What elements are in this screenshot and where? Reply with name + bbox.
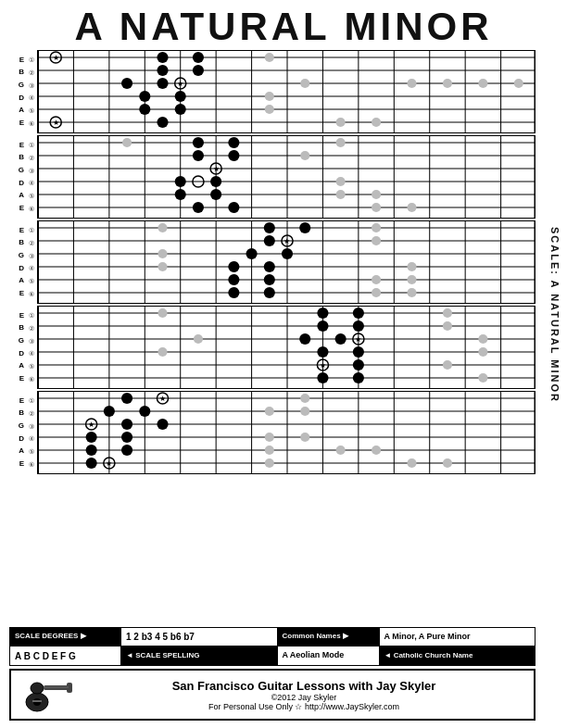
svg-point-26 — [193, 65, 204, 76]
svg-point-225 — [407, 458, 416, 468]
fret-nums-3: ① ② ③ ④ ⑤ ⑥ — [26, 220, 37, 304]
svg-point-113 — [264, 235, 275, 246]
svg-point-72 — [228, 150, 239, 161]
string-labels-3: E B G D A E — [9, 220, 26, 304]
svg-point-209 — [86, 432, 97, 443]
svg-point-176 — [478, 347, 487, 357]
svg-point-175 — [478, 334, 487, 344]
svg-point-122 — [228, 287, 239, 298]
svg-point-70 — [228, 137, 239, 148]
svg-point-200 — [121, 393, 132, 404]
svg-point-28 — [157, 78, 168, 89]
scale-spelling-value: A B C D E F G — [10, 646, 121, 665]
svg-point-173 — [443, 308, 452, 318]
svg-point-23 — [157, 52, 168, 63]
svg-point-39 — [300, 79, 309, 88]
svg-point-117 — [282, 248, 293, 259]
svg-point-158 — [353, 320, 364, 332]
svg-point-221 — [265, 446, 274, 455]
fretboard-3: ★ — [37, 220, 536, 304]
info-area: SCALE DEGREES ▶ 1 2 b3 4 5 b6 b7 Common … — [9, 627, 536, 666]
svg-rect-230 — [67, 683, 72, 693]
svg-point-40 — [265, 92, 274, 101]
string-labels-2: E B G D A E — [9, 135, 26, 219]
svg-point-31 — [139, 91, 150, 102]
svg-point-130 — [372, 275, 381, 284]
svg-point-177 — [443, 360, 452, 370]
svg-point-132 — [372, 288, 381, 297]
guitar-icon — [19, 674, 74, 715]
string-labels-5: E B G D A E — [9, 391, 26, 474]
svg-point-204 — [139, 406, 150, 417]
svg-point-211 — [86, 445, 97, 456]
svg-point-212 — [121, 445, 132, 456]
svg-point-83 — [336, 138, 346, 147]
svg-point-216 — [300, 394, 309, 403]
svg-point-224 — [265, 458, 274, 468]
svg-point-46 — [478, 79, 487, 88]
catholic-church-label: ◄ Catholic Church Name — [380, 646, 536, 665]
svg-point-156 — [353, 308, 364, 319]
svg-point-172 — [158, 347, 167, 357]
side-label: SCALE: A NATURAL MINOR — [545, 74, 565, 556]
common-names-value: A Minor, A Pure Minor — [380, 628, 536, 646]
svg-point-79 — [210, 189, 221, 200]
svg-point-118 — [228, 261, 239, 272]
svg-text:★: ★ — [177, 80, 183, 88]
info-row-2: A B C D E F G ◄ SCALE SPELLING A Aeolian… — [10, 646, 535, 665]
diagrams-area: E B G D A E ① ② ③ ④ ⑤ ⑥ — [9, 50, 558, 625]
svg-point-222 — [336, 446, 346, 455]
info-row-1: SCALE DEGREES ▶ 1 2 b3 4 5 b6 b7 Common … — [10, 628, 535, 646]
svg-point-38 — [265, 53, 274, 62]
footer-line3: For Personal Use Only ☆ http://www.JaySk… — [208, 702, 399, 711]
svg-point-213 — [86, 458, 97, 469]
svg-point-81 — [228, 202, 239, 213]
svg-text:★: ★ — [53, 119, 59, 127]
svg-point-164 — [353, 346, 364, 358]
svg-point-163 — [317, 346, 328, 358]
svg-point-170 — [158, 308, 167, 318]
string-labels-1: E B G D A E — [9, 50, 26, 133]
page-title: A NATURAL MINOR — [9, 7, 558, 46]
svg-point-89 — [407, 203, 416, 212]
svg-text:★: ★ — [53, 54, 59, 62]
diagram-3: E B G D A E ① ② ③ ④ ⑤ ⑥ — [9, 220, 536, 304]
svg-point-131 — [407, 275, 416, 284]
svg-point-168 — [317, 372, 328, 383]
svg-point-87 — [372, 190, 381, 199]
svg-point-220 — [300, 433, 309, 442]
svg-point-34 — [175, 104, 186, 115]
svg-point-124 — [158, 223, 167, 232]
fret-nums-1: ① ② ③ ④ ⑤ ⑥ — [26, 50, 37, 133]
svg-point-82 — [122, 138, 132, 147]
svg-point-45 — [443, 79, 452, 88]
svg-point-44 — [407, 79, 416, 88]
fretboard-1: ★ ★ — [37, 50, 536, 133]
diagram-4: E B G D A E ① ② ③ ④ ⑤ ⑥ — [9, 306, 536, 389]
svg-point-86 — [336, 190, 346, 199]
footer: San Francisco Guitar Lessons with Jay Sk… — [9, 669, 536, 721]
svg-point-228 — [31, 683, 44, 694]
svg-point-119 — [264, 261, 275, 272]
svg-point-116 — [246, 248, 258, 259]
svg-text:★: ★ — [284, 237, 290, 245]
fretboard-4: ★ ★ — [37, 306, 536, 389]
svg-point-226 — [443, 458, 452, 468]
fret-nums-2: ① ② ③ ④ ⑤ ⑥ — [26, 135, 37, 219]
svg-point-218 — [300, 407, 309, 416]
svg-point-35 — [157, 117, 168, 128]
diagram-5: E B G D A E ① ② ③ ④ ⑤ ⑥ — [9, 391, 536, 474]
svg-text:★: ★ — [355, 335, 361, 344]
svg-point-47 — [514, 79, 523, 88]
svg-text:★: ★ — [159, 395, 166, 403]
svg-point-128 — [372, 236, 381, 245]
svg-point-207 — [121, 419, 132, 430]
svg-point-112 — [299, 222, 310, 233]
svg-point-25 — [157, 65, 168, 76]
svg-text:★: ★ — [88, 420, 94, 429]
footer-line2: ©2012 Jay Skyler — [271, 693, 337, 702]
svg-text:★: ★ — [106, 459, 112, 468]
scale-degrees-value: 1 2 b3 4 5 b6 b7 — [121, 628, 278, 646]
svg-point-84 — [300, 151, 309, 160]
svg-point-160 — [335, 333, 346, 345]
